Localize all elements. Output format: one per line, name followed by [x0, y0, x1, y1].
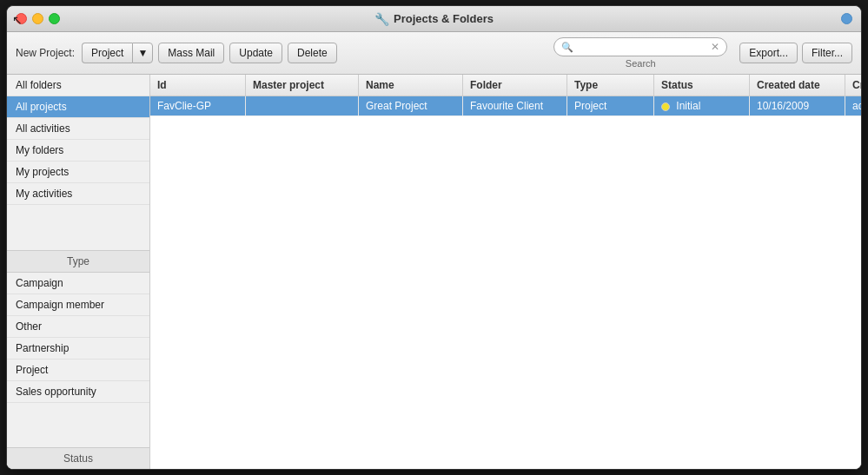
sidebar-item-partnership[interactable]: Partnership [7, 338, 149, 360]
project-button[interactable]: Project [82, 43, 132, 63]
col-header-name: Name [359, 75, 463, 96]
minimize-button[interactable] [32, 13, 43, 24]
search-label: Search [626, 58, 656, 69]
col-header-created-by: Created by [845, 75, 861, 96]
cell-folder: Favourite Client [463, 96, 567, 115]
export-button[interactable]: Export... [739, 43, 798, 63]
sidebar-item-project[interactable]: Project [7, 360, 149, 381]
sidebar-item-campaign-member[interactable]: Campaign member [7, 294, 149, 316]
new-project-label: New Project: [16, 47, 75, 59]
sidebar-item-other[interactable]: Other [7, 316, 149, 338]
window-status-icon [841, 13, 852, 24]
sidebar-item-all-activities[interactable]: All activities [7, 118, 149, 140]
delete-button[interactable]: Delete [288, 43, 337, 63]
project-dropdown-button[interactable]: ▼ [132, 43, 153, 63]
sidebar: All folders All projects All activities … [7, 75, 150, 469]
cell-type: Project [567, 96, 654, 115]
sidebar-item-my-activities[interactable]: My activities [7, 183, 149, 205]
main-table-area: Id Master project Name Folder Type Statu… [150, 75, 861, 469]
new-project-btn-group: Project ▼ [82, 43, 153, 63]
col-header-status: Status [654, 75, 750, 96]
cell-status-text: Initial [676, 100, 700, 112]
sidebar-type-section: Campaign Campaign member Other Partnersh… [7, 273, 149, 448]
sidebar-item-my-folders[interactable]: My folders [7, 140, 149, 162]
cell-status: Initial [654, 96, 750, 115]
search-clear-icon[interactable]: ✕ [711, 41, 719, 53]
search-area: 🔍 ✕ Search [553, 37, 727, 69]
search-input[interactable] [577, 41, 711, 53]
cell-name: Great Project [359, 96, 463, 115]
sidebar-item-all-folders[interactable]: All folders [7, 75, 149, 96]
sidebar-item-my-projects[interactable]: My projects [7, 162, 149, 183]
mass-mail-button[interactable]: Mass Mail [158, 43, 224, 63]
update-button[interactable]: Update [229, 43, 282, 63]
sidebar-item-sales-opportunity[interactable]: Sales opportunity [7, 381, 149, 403]
col-header-id: Id [150, 75, 246, 96]
cursor-icon: ↖ [12, 13, 23, 27]
search-box: 🔍 ✕ [553, 37, 727, 56]
cell-master-project [246, 96, 359, 115]
table-row[interactable]: FavClie-GP Great Project Favourite Clien… [150, 96, 861, 116]
col-header-master-project: Master project [246, 75, 359, 96]
cell-created-by: admin [845, 96, 861, 115]
maximize-button[interactable] [49, 13, 60, 24]
title-icon: 🔧 [374, 12, 389, 26]
sidebar-status-footer: Status [7, 447, 149, 469]
content-area: All folders All projects All activities … [7, 75, 861, 469]
search-icon: 🔍 [561, 42, 573, 53]
cell-id: FavClie-GP [150, 96, 246, 115]
col-header-type: Type [567, 75, 654, 96]
status-dot-icon [661, 102, 670, 111]
col-header-created-date: Created date [750, 75, 845, 96]
sidebar-nav-section: All folders All projects All activities … [7, 75, 149, 250]
window-title: 🔧 Projects & Folders [374, 12, 494, 26]
cell-created-date: 10/16/2009 [750, 96, 845, 115]
right-buttons: Export... Filter... [739, 43, 852, 63]
titlebar: ↖ 🔧 Projects & Folders [7, 6, 861, 32]
table-header: Id Master project Name Folder Type Statu… [150, 75, 861, 96]
sidebar-item-campaign[interactable]: Campaign [7, 273, 149, 294]
filter-button[interactable]: Filter... [802, 43, 852, 63]
type-section-header: Type [7, 250, 149, 273]
col-header-folder: Folder [463, 75, 567, 96]
sidebar-item-all-projects[interactable]: All projects [7, 96, 149, 118]
toolbar: New Project: Project ▼ Mass Mail Update … [7, 32, 861, 75]
main-window: ↖ 🔧 Projects & Folders New Project: Proj… [6, 5, 862, 470]
table-body: FavClie-GP Great Project Favourite Clien… [150, 96, 861, 469]
